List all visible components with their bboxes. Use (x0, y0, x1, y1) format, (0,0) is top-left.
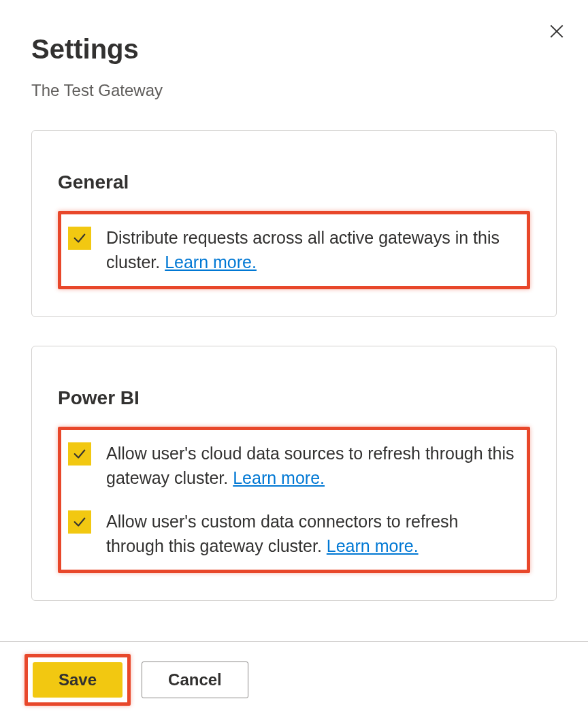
distribute-requests-checkbox[interactable] (68, 227, 91, 250)
distribute-learn-more-link[interactable]: Learn more. (165, 252, 257, 272)
save-button[interactable]: Save (33, 662, 122, 698)
custom-connectors-checkbox[interactable] (68, 510, 91, 534)
distribute-requests-label: Distribute requests across all active ga… (106, 225, 517, 275)
cloud-refresh-row: Allow user's cloud data sources to refre… (68, 441, 517, 491)
cloud-refresh-label: Allow user's cloud data sources to refre… (106, 441, 517, 491)
powerbi-card: Power BI Allow user's cloud data sources… (31, 346, 557, 601)
settings-panel: Settings The Test Gateway General Distri… (0, 0, 588, 601)
check-icon (72, 515, 87, 529)
general-card: General Distribute requests across all a… (31, 130, 557, 317)
close-button[interactable] (546, 20, 568, 42)
cloud-refresh-checkbox[interactable] (68, 442, 91, 466)
check-icon (72, 231, 87, 246)
general-highlight: Distribute requests across all active ga… (58, 211, 530, 289)
cancel-button[interactable]: Cancel (142, 662, 248, 698)
gateway-name: The Test Gateway (31, 81, 557, 100)
distribute-requests-row: Distribute requests across all active ga… (68, 225, 517, 275)
general-card-title: General (58, 172, 530, 193)
save-highlight: Save (24, 654, 131, 706)
footer-bar: Save Cancel (0, 641, 588, 718)
cloud-refresh-learn-more-link[interactable]: Learn more. (233, 468, 325, 487)
close-icon (548, 22, 566, 40)
custom-connectors-row: Allow user's custom data connectors to r… (68, 509, 517, 559)
custom-connectors-label: Allow user's custom data connectors to r… (106, 509, 517, 559)
powerbi-highlight: Allow user's cloud data sources to refre… (58, 427, 530, 573)
page-title: Settings (31, 34, 557, 65)
powerbi-card-title: Power BI (58, 387, 530, 409)
check-icon (72, 446, 87, 461)
custom-connectors-learn-more-link[interactable]: Learn more. (327, 536, 419, 555)
